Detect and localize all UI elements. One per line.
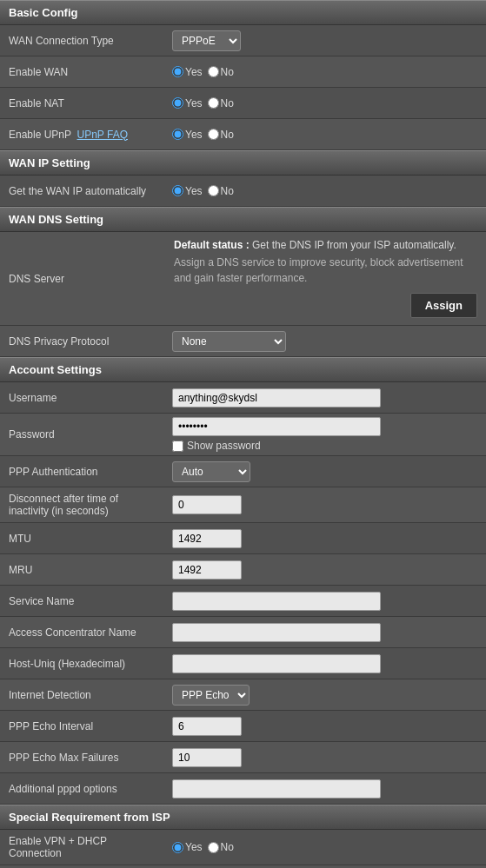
enable-nat-yes-radio[interactable]: [172, 97, 183, 109]
enable-vpn-dhcp-value: Yes No: [165, 838, 486, 857]
ppp-echo-interval-input[interactable]: [172, 717, 242, 736]
dns-status-bold: Default status :: [174, 239, 250, 251]
wan-ip-yes-radio[interactable]: [172, 185, 183, 196]
wan-dns-setting-section: WAN DNS Setting DNS Server Default statu…: [0, 207, 486, 357]
mtu-label: MTU: [0, 527, 165, 550]
ppp-auth-label: PPP Authentication: [0, 461, 165, 483]
ppp-echo-interval-value: [165, 713, 486, 739]
pppd-options-label: Additional pppd options: [0, 778, 165, 800]
ppp-echo-max-label: PPP Echo Max Failures: [0, 746, 165, 769]
disconnect-time-row: Disconnect after time of inactivity (in …: [0, 487, 486, 523]
wan-connection-type-select[interactable]: PPPoE DHCP Static IP L2TP PPTP: [172, 30, 241, 51]
service-name-label: Service Name: [0, 590, 165, 613]
account-settings-section: Account Settings Username Password Show …: [0, 357, 486, 805]
enable-upnp-row: Enable UPnP UPnP FAQ Yes No: [0, 119, 486, 150]
vpn-dhcp-yes-radio[interactable]: [172, 842, 183, 853]
internet-detection-select[interactable]: PPP Echo Ping HTTP: [172, 685, 250, 706]
pppd-options-row: Additional pppd options: [0, 773, 486, 805]
mru-label: MRU: [0, 559, 165, 581]
access-concentrator-input[interactable]: [172, 623, 381, 642]
ppp-auth-row: PPP Authentication Auto PAP CHAP MS-CHAP: [0, 456, 486, 487]
enable-nat-row: Enable NAT Yes No: [0, 88, 486, 119]
wan-ip-no-radio[interactable]: [208, 185, 219, 196]
ppp-echo-max-row: PPP Echo Max Failures: [0, 742, 486, 773]
username-row: Username: [0, 382, 486, 414]
enable-nat-label: Enable NAT: [0, 92, 165, 115]
wan-ip-no-label[interactable]: No: [208, 185, 234, 197]
dns-server-row: DNS Server Default status : Get the DNS …: [0, 232, 486, 326]
enable-wan-no-radio[interactable]: [208, 66, 219, 77]
enable-upnp-yes-label[interactable]: Yes: [172, 129, 203, 141]
ppp-echo-max-input[interactable]: [172, 748, 242, 767]
account-settings-header: Account Settings: [0, 357, 486, 382]
dns-privacy-select[interactable]: None DNS-over-TLS DNS-over-HTTPS: [172, 331, 286, 352]
assign-button[interactable]: Assign: [410, 293, 477, 318]
mru-value: [165, 557, 486, 583]
pppd-options-value: [165, 776, 486, 802]
dns-privacy-value: None DNS-over-TLS DNS-over-HTTPS: [165, 328, 486, 355]
password-input[interactable]: [172, 417, 381, 436]
dns-status-detail: Get the DNS IP from your ISP automatical…: [252, 239, 456, 251]
pppd-options-input[interactable]: [172, 779, 381, 798]
vpn-dhcp-yes-label[interactable]: Yes: [172, 841, 203, 853]
host-uniq-row: Host-Uniq (Hexadecimal): [0, 648, 486, 679]
vpn-dhcp-no-radio[interactable]: [208, 842, 219, 853]
dns-server-content: Default status : Get the DNS IP from you…: [165, 232, 486, 325]
wan-connection-type-row: WAN Connection Type PPPoE DHCP Static IP…: [0, 25, 486, 56]
enable-vpn-dhcp-label: Enable VPN + DHCP Connection: [0, 830, 165, 865]
enable-wan-no-label[interactable]: No: [208, 66, 234, 78]
wan-ip-auto-value: Yes No: [165, 182, 486, 201]
mtu-input[interactable]: [172, 529, 242, 548]
show-password-checkbox[interactable]: [172, 441, 183, 452]
enable-upnp-value: Yes No: [165, 125, 486, 144]
password-block: Show password: [172, 417, 381, 452]
access-concentrator-value: [165, 620, 486, 646]
dns-status-text: Default status : Get the DNS IP from you…: [174, 239, 477, 251]
enable-upnp-yes-radio[interactable]: [172, 129, 183, 140]
mru-input[interactable]: [172, 560, 242, 580]
enable-wan-label: Enable WAN: [0, 61, 165, 83]
username-value: [165, 385, 486, 411]
disconnect-time-value: [165, 492, 486, 518]
mtu-value: [165, 526, 486, 552]
dns-desc-text: Assign a DNS service to improve security…: [174, 255, 477, 286]
ppp-auth-value: Auto PAP CHAP MS-CHAP: [165, 458, 486, 486]
wan-ip-auto-row: Get the WAN IP automatically Yes No: [0, 176, 486, 207]
special-requirement-section: Special Requirement from ISP Enable VPN …: [0, 805, 486, 868]
mtu-row: MTU: [0, 523, 486, 554]
vpn-dhcp-no-label[interactable]: No: [208, 841, 234, 853]
enable-wan-radio-group: Yes No: [172, 66, 234, 78]
wan-connection-type-value: PPPoE DHCP Static IP L2TP PPTP: [165, 27, 486, 55]
upnp-faq-link[interactable]: UPnP FAQ: [77, 129, 128, 141]
host-uniq-input[interactable]: [172, 654, 381, 673]
ppp-auth-select[interactable]: Auto PAP CHAP MS-CHAP: [172, 461, 250, 482]
enable-nat-yes-label[interactable]: Yes: [172, 97, 203, 109]
wan-ip-setting-section: WAN IP Setting Get the WAN IP automatica…: [0, 150, 486, 207]
service-name-input[interactable]: [172, 592, 381, 611]
enable-upnp-no-label[interactable]: No: [208, 129, 234, 141]
wan-connection-type-label: WAN Connection Type: [0, 30, 165, 52]
password-label: Password: [0, 423, 165, 446]
wan-ip-auto-radio-group: Yes No: [172, 185, 234, 197]
wan-ip-setting-header: WAN IP Setting: [0, 150, 486, 176]
enable-nat-value: Yes No: [165, 94, 486, 113]
special-requirement-header: Special Requirement from ISP: [0, 805, 486, 830]
disconnect-time-input[interactable]: [172, 495, 242, 514]
enable-nat-no-label[interactable]: No: [208, 97, 234, 109]
enable-wan-yes-label[interactable]: Yes: [172, 66, 203, 78]
enable-upnp-no-radio[interactable]: [208, 129, 219, 140]
dns-privacy-label: DNS Privacy Protocol: [0, 330, 165, 353]
enable-nat-radio-group: Yes No: [172, 97, 234, 109]
ppp-echo-max-value: [165, 745, 486, 771]
enable-nat-no-radio[interactable]: [208, 97, 219, 109]
wan-dns-setting-header: WAN DNS Setting: [0, 207, 486, 232]
username-label: Username: [0, 387, 165, 409]
service-name-value: [165, 588, 486, 614]
basic-config-header: Basic Config: [0, 0, 486, 25]
username-input[interactable]: [172, 388, 381, 407]
show-password-row: Show password: [172, 440, 381, 452]
access-concentrator-label: Access Concentrator Name: [0, 621, 165, 644]
internet-detection-value: PPP Echo Ping HTTP: [165, 681, 486, 709]
wan-ip-yes-label[interactable]: Yes: [172, 185, 203, 197]
enable-wan-yes-radio[interactable]: [172, 66, 183, 77]
